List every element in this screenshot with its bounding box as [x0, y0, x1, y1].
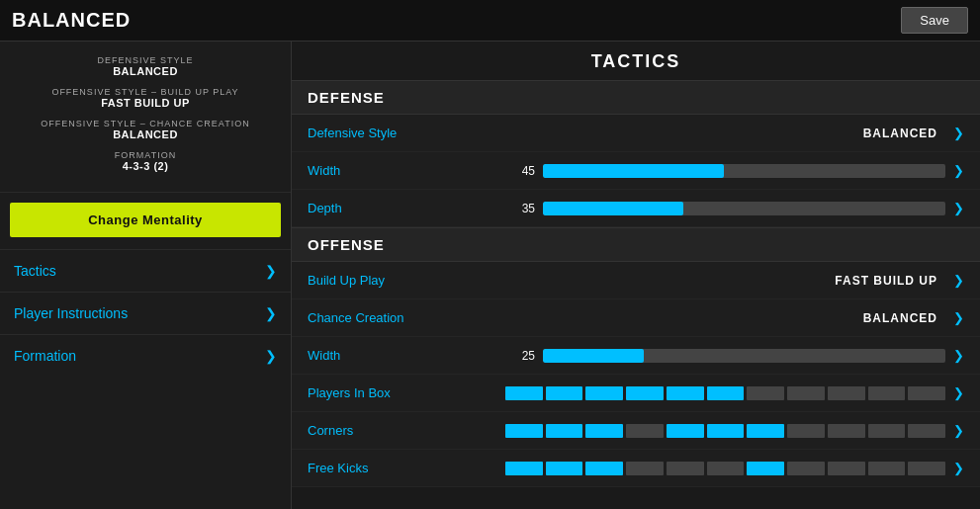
offense-section-header: OFFENSE: [292, 227, 980, 262]
seg-4: [667, 424, 704, 438]
sidebar-stats: DEFENSIVE STYLE BALANCEDOFFENSIVE STYLE …: [0, 42, 291, 193]
row-arrow-icon: ❯: [953, 201, 964, 215]
row-number: 45: [505, 164, 535, 178]
seg-9: [868, 462, 906, 475]
seg-3: [626, 424, 664, 438]
slider-fill: [543, 349, 644, 363]
seg-4: [667, 386, 704, 400]
offense-row-0: Build Up Play FAST BUILD UP ❯: [292, 262, 980, 299]
nav-item-formation[interactable]: Formation ❯: [0, 334, 291, 377]
save-button[interactable]: Save: [901, 7, 968, 34]
stat-value: FAST BUILD UP: [10, 97, 281, 109]
seg-1: [546, 462, 583, 475]
row-label: Players In Box: [308, 385, 505, 400]
stat-item: OFFENSIVE STYLE – CHANCE CREATION BALANC…: [10, 119, 281, 140]
offense-row-2: Width 25 ❯: [292, 337, 980, 375]
stat-label: DEFENSIVE STYLE: [10, 55, 281, 65]
row-label: Width: [308, 348, 505, 363]
row-arrow-icon: ❯: [953, 348, 964, 363]
stat-item: DEFENSIVE STYLE BALANCED: [10, 55, 281, 77]
seg-6: [747, 386, 784, 400]
seg-bar[interactable]: [505, 386, 945, 400]
defense-row-0: Defensive Style BALANCED ❯: [292, 115, 980, 152]
row-label: Corners: [308, 423, 505, 438]
seg-3: [626, 386, 664, 400]
seg-7: [787, 386, 825, 400]
seg-10: [908, 462, 945, 475]
row-value: BALANCED: [505, 127, 937, 140]
slider[interactable]: [543, 202, 945, 215]
row-number: 35: [505, 202, 535, 215]
seg-6: [747, 424, 784, 438]
slider-fill: [543, 164, 724, 178]
seg-1: [546, 386, 583, 400]
row-label: Build Up Play: [308, 273, 505, 288]
slider[interactable]: [543, 164, 945, 178]
tactics-header: TACTICS: [292, 42, 980, 80]
stat-label: FORMATION: [10, 150, 281, 160]
defense-section-header: DEFENSE: [292, 80, 980, 115]
row-arrow-icon: ❯: [953, 163, 964, 178]
page-title: BALANCED: [12, 9, 901, 32]
row-arrow-icon: ❯: [953, 385, 964, 400]
seg-0: [505, 424, 543, 438]
seg-1: [546, 424, 583, 438]
nav-label: Tactics: [14, 263, 56, 279]
row-label: Depth: [308, 201, 505, 215]
seg-9: [868, 424, 906, 438]
stat-value: BALANCED: [10, 128, 281, 140]
stat-value: BALANCED: [10, 65, 281, 77]
sidebar: DEFENSIVE STYLE BALANCEDOFFENSIVE STYLE …: [0, 42, 292, 509]
content-area: TACTICS DEFENSE Defensive Style BALANCED…: [292, 42, 980, 509]
seg-8: [828, 462, 865, 475]
seg-bar[interactable]: [505, 462, 945, 475]
row-value: FAST BUILD UP: [505, 274, 937, 288]
stat-label: OFFENSIVE STYLE – BUILD UP PLAY: [10, 87, 281, 97]
row-arrow-icon: ❯: [953, 310, 964, 325]
seg-2: [585, 424, 623, 438]
seg-5: [707, 462, 745, 475]
row-arrow-icon: ❯: [953, 461, 964, 475]
nav-label: Formation: [14, 348, 76, 364]
app-header: BALANCED Save: [0, 0, 980, 42]
nav-arrow-icon: ❯: [265, 305, 277, 321]
seg-0: [505, 462, 543, 475]
stat-value: 4-3-3 (2): [10, 160, 281, 172]
seg-2: [585, 462, 623, 475]
nav-arrow-icon: ❯: [265, 263, 277, 279]
main-layout: DEFENSIVE STYLE BALANCEDOFFENSIVE STYLE …: [0, 42, 980, 509]
row-label: Chance Creation: [308, 310, 505, 325]
nav-item-player-instructions[interactable]: Player Instructions ❯: [0, 292, 291, 334]
seg-5: [707, 386, 745, 400]
row-label: Defensive Style: [308, 126, 505, 140]
seg-6: [747, 462, 784, 475]
nav-item-tactics[interactable]: Tactics ❯: [0, 249, 291, 292]
defense-row-2: Depth 35 ❯: [292, 190, 980, 227]
seg-10: [908, 386, 945, 400]
seg-8: [828, 386, 865, 400]
offense-row-1: Chance Creation BALANCED ❯: [292, 299, 980, 337]
seg-5: [707, 424, 745, 438]
row-label: Free Kicks: [308, 461, 505, 475]
seg-10: [908, 424, 945, 438]
offense-row-5: Free Kicks ❯: [292, 450, 980, 487]
seg-3: [626, 462, 664, 475]
nav-arrow-icon: ❯: [265, 348, 277, 364]
seg-4: [667, 462, 704, 475]
defense-row-1: Width 45 ❯: [292, 152, 980, 190]
stat-label: OFFENSIVE STYLE – CHANCE CREATION: [10, 119, 281, 128]
seg-8: [828, 424, 865, 438]
row-number: 25: [505, 349, 535, 363]
nav-label: Player Instructions: [14, 305, 128, 321]
row-arrow-icon: ❯: [953, 273, 964, 288]
seg-bar[interactable]: [505, 424, 945, 438]
slider-fill: [543, 202, 683, 215]
row-arrow-icon: ❯: [953, 423, 964, 438]
stat-item: OFFENSIVE STYLE – BUILD UP PLAY FAST BUI…: [10, 87, 281, 109]
slider[interactable]: [543, 349, 945, 363]
offense-row-3: Players In Box ❯: [292, 375, 980, 412]
seg-7: [787, 462, 825, 475]
change-mentality-button[interactable]: Change Mentality: [10, 203, 281, 237]
seg-2: [585, 386, 623, 400]
row-value: BALANCED: [505, 311, 937, 325]
